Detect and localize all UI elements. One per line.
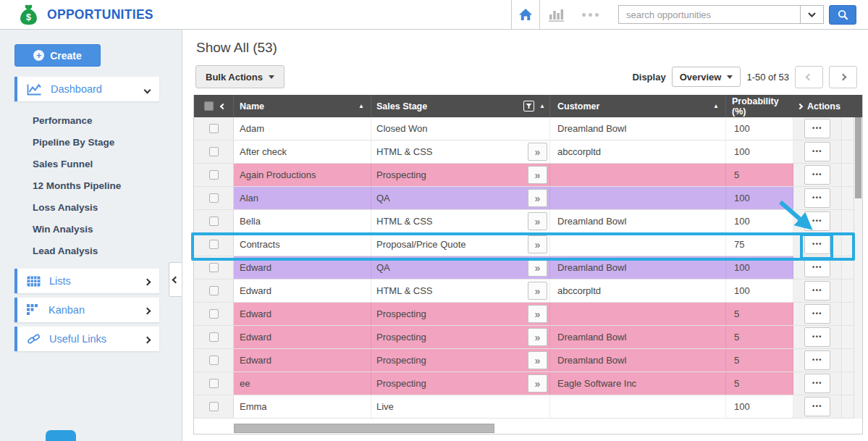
subnav-item-pipeline-by-stage[interactable]: Pipeline By Stage — [33, 131, 182, 153]
subnav-item-loss-analysis[interactable]: Loss Analysis — [33, 196, 182, 218]
search-icon — [838, 9, 848, 20]
cell-name[interactable]: Adam — [234, 117, 371, 140]
row-actions-button[interactable]: ••• — [804, 304, 830, 324]
row-checkbox[interactable] — [209, 332, 219, 342]
row-actions-button[interactable]: ••• — [804, 188, 830, 208]
cell-name[interactable]: Edward — [234, 256, 371, 279]
row-checkbox[interactable] — [209, 217, 219, 226]
advance-stage-button[interactable]: » — [528, 212, 547, 230]
sidebar-item-kanban[interactable]: Kanban — [14, 298, 159, 322]
advance-stage-button[interactable]: » — [528, 259, 547, 277]
cell-name[interactable]: Contracts — [234, 233, 371, 256]
select-all-checkbox[interactable] — [204, 101, 214, 111]
advance-stage-button[interactable]: » — [528, 189, 547, 207]
cell-sales-stage: QA » — [371, 256, 550, 279]
cell-name[interactable]: Emma — [234, 395, 371, 418]
header-sales-stage[interactable]: Sales Stage ▲ — [371, 95, 550, 117]
home-icon — [518, 8, 533, 21]
row-actions-button[interactable]: ••• — [804, 211, 830, 231]
subnav-item-12-months-pipeline[interactable]: 12 Months Pipeline — [33, 175, 182, 196]
row-checkbox[interactable] — [209, 193, 219, 203]
row-actions-button[interactable]: ••• — [804, 235, 830, 254]
horizontal-scrollbar — [194, 419, 862, 434]
row-actions-button[interactable]: ••• — [804, 397, 830, 416]
row-checkbox[interactable] — [209, 286, 219, 295]
row-checkbox[interactable] — [209, 240, 219, 249]
chart-menu-button[interactable] — [540, 0, 573, 29]
subnav-item-sales-funnel[interactable]: Sales Funnel — [33, 153, 182, 175]
row-checkbox[interactable] — [209, 379, 219, 388]
row-actions-button[interactable]: ••• — [804, 258, 830, 277]
cell-name[interactable]: Bella — [234, 210, 371, 232]
cell-customer — [550, 233, 726, 256]
header-probability[interactable]: Probability (%) — [726, 95, 793, 117]
bulk-actions-button[interactable]: Bulk Actions — [195, 65, 285, 88]
horizontal-scrollbar-thumb[interactable] — [234, 424, 494, 433]
sort-asc-icon[interactable]: ▲ — [539, 103, 545, 109]
cell-name[interactable]: Again Productions — [234, 164, 371, 186]
row-actions-button[interactable]: ••• — [804, 165, 830, 185]
sort-asc-icon[interactable]: ▲ — [713, 103, 719, 109]
more-menu-button[interactable] — [573, 0, 607, 29]
chevron-right-icon — [145, 275, 150, 287]
filter-icon[interactable] — [523, 101, 534, 112]
row-checkbox[interactable] — [209, 402, 219, 411]
cell-name[interactable]: After check — [234, 140, 371, 163]
cell-name[interactable]: Edward — [234, 326, 371, 348]
ellipsis-icon: ••• — [812, 148, 822, 155]
cell-probability: 5 — [726, 326, 793, 348]
header-customer[interactable]: Customer ▲ — [550, 95, 726, 117]
subnav-item-win-analysis[interactable]: Win Analysis — [33, 218, 182, 240]
advance-stage-button[interactable]: » — [528, 351, 547, 369]
ellipsis-icon: ••• — [812, 218, 822, 224]
ellipsis-icon: ••• — [812, 334, 822, 340]
row-actions-button[interactable]: ••• — [804, 350, 830, 370]
sidebar-item-lists[interactable]: Lists — [14, 269, 159, 293]
row-checkbox[interactable] — [209, 309, 219, 319]
list-toolbar: Bulk Actions Display Overview 1-50 of 53 — [195, 65, 857, 88]
cell-name[interactable]: Edward — [234, 280, 371, 302]
home-button[interactable] — [511, 0, 540, 29]
row-actions-button[interactable]: ••• — [804, 142, 830, 161]
subnav-item-performance[interactable]: Performance — [33, 109, 182, 131]
next-page-button[interactable] — [829, 66, 857, 88]
sidebar-collapse-handle[interactable] — [169, 262, 182, 297]
advance-stage-button[interactable]: » — [528, 374, 547, 392]
cell-name[interactable]: Edward — [234, 349, 371, 371]
sidebar-item-useful-links[interactable]: Useful Links — [14, 327, 159, 351]
cell-name[interactable]: Edward — [234, 303, 371, 325]
row-actions-button[interactable]: ••• — [804, 327, 830, 347]
row-checkbox[interactable] — [209, 356, 219, 365]
chat-widget-stub[interactable] — [46, 430, 76, 441]
search-input[interactable] — [618, 5, 801, 24]
row-actions-button[interactable]: ••• — [804, 119, 830, 138]
advance-stage-button[interactable]: » — [528, 328, 547, 346]
row-actions-button[interactable]: ••• — [804, 281, 830, 301]
line-chart-icon — [27, 83, 42, 96]
advance-stage-button[interactable]: » — [528, 282, 547, 300]
create-button[interactable]: + Create — [14, 44, 101, 67]
advance-stage-button[interactable]: » — [528, 143, 547, 161]
row-checkbox[interactable] — [209, 124, 219, 133]
previous-page-button[interactable] — [795, 66, 823, 88]
advance-stage-button[interactable]: » — [528, 235, 547, 253]
sort-asc-icon[interactable]: ▲ — [358, 103, 364, 109]
advance-stage-button[interactable]: » — [528, 166, 547, 184]
scroll-columns-left-icon[interactable] — [220, 103, 226, 109]
row-checkbox[interactable] — [209, 263, 219, 272]
scroll-columns-right-icon[interactable] — [797, 103, 803, 109]
display-select[interactable]: Overview — [672, 67, 741, 87]
vertical-scrollbar-thumb[interactable] — [855, 117, 861, 198]
cell-name[interactable]: Alan — [234, 187, 371, 209]
search-dropdown-button[interactable] — [801, 5, 824, 24]
sidebar-item-dashboard[interactable]: Dashboard — [14, 77, 159, 101]
row-checkbox-cell — [194, 140, 234, 163]
cell-name[interactable]: ee — [234, 372, 371, 395]
row-checkbox[interactable] — [209, 147, 219, 156]
header-name[interactable]: Name ▲ — [234, 95, 371, 117]
advance-stage-button[interactable]: » — [528, 305, 547, 323]
subnav-item-lead-analysis[interactable]: Lead Analysis — [33, 240, 182, 261]
row-checkbox[interactable] — [209, 170, 219, 180]
search-button[interactable] — [829, 5, 856, 25]
row-actions-button[interactable]: ••• — [804, 374, 830, 393]
